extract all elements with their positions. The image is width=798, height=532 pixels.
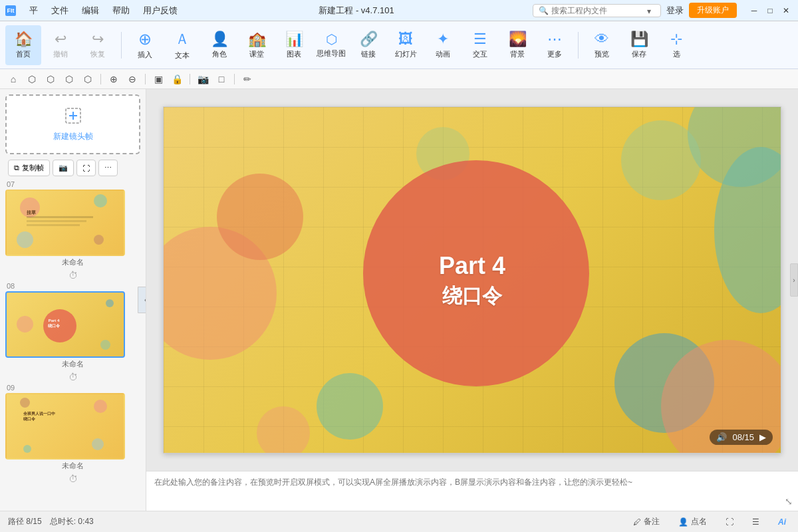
toolbar-class[interactable]: 🏫 课堂 bbox=[239, 25, 275, 65]
toolbar-more[interactable]: ⋯ 更多 bbox=[537, 25, 573, 65]
slideshow-icon: 🖼 bbox=[398, 31, 413, 48]
more-options-button[interactable]: ⋯ bbox=[98, 160, 118, 176]
canvas-sep-2 bbox=[145, 74, 146, 84]
canvas-camera-btn[interactable]: 📷 bbox=[195, 71, 211, 87]
slide-divider-07[interactable]: ⏱ bbox=[5, 269, 140, 282]
search-dropdown-icon[interactable]: ▾ bbox=[647, 7, 655, 15]
timer-icon-09: ⏱ bbox=[68, 473, 78, 484]
window-controls: ─ □ ✕ bbox=[747, 4, 793, 17]
upgrade-button[interactable]: 升级账户 bbox=[689, 3, 737, 18]
title-bar: FIt 平 文件 编辑 帮助 用户反馈 新建工程 - v4.7.101 🔍 ▾ … bbox=[0, 0, 798, 21]
canvas-zoomout-btn[interactable]: ⊖ bbox=[124, 71, 140, 87]
toolbar-interact[interactable]: ☰ 交互 bbox=[462, 25, 498, 65]
canvas-list-btn[interactable]: ▣ bbox=[150, 71, 166, 87]
toolbar-mindmap[interactable]: ⬡ 思维导图 bbox=[313, 25, 349, 65]
toolbar-link[interactable]: 🔗 链接 bbox=[350, 25, 386, 65]
slide-thumb-07[interactable]: 挂草 bbox=[5, 190, 125, 256]
page-prev-icon[interactable]: 🔊 bbox=[716, 432, 727, 442]
minimize-button[interactable]: ─ bbox=[747, 4, 761, 17]
menu-file[interactable]: 文件 bbox=[49, 3, 71, 18]
more-horiz-icon: ⋯ bbox=[104, 164, 112, 172]
slide-label-07: 未命名 bbox=[5, 257, 140, 267]
background-icon: 🌄 bbox=[509, 31, 527, 48]
settings-bottom-button[interactable]: ☰ bbox=[748, 516, 763, 528]
slide-divider-08[interactable]: ⏱ bbox=[5, 370, 140, 384]
slide-divider-09[interactable]: ⏱ bbox=[5, 472, 140, 485]
toolbar-select-label: 选 bbox=[673, 49, 680, 59]
save-icon: 💾 bbox=[630, 31, 648, 48]
notes-area: ⤡ bbox=[146, 471, 798, 511]
toolbar-save[interactable]: 💾 保存 bbox=[621, 25, 657, 65]
toolbar-preview[interactable]: 👁 预览 bbox=[584, 25, 620, 65]
right-panel-collapse-button[interactable]: › bbox=[790, 263, 798, 297]
canvas-home-btn[interactable]: ⌂ bbox=[5, 71, 21, 87]
slide-label-08: 未命名 bbox=[5, 359, 140, 369]
toolbar-background[interactable]: 🌄 背景 bbox=[499, 25, 535, 65]
slide-label-09: 未命名 bbox=[5, 461, 140, 471]
page-next-icon[interactable]: ▶ bbox=[759, 432, 766, 442]
toolbar-background-label: 背景 bbox=[510, 49, 525, 59]
call-button[interactable]: 👤 点名 bbox=[674, 515, 711, 529]
canvas-edit-btn[interactable]: ✏ bbox=[239, 71, 255, 87]
canvas-zoomin-btn[interactable]: ⊕ bbox=[106, 71, 122, 87]
canvas-main[interactable]: Part 4 绕口令 🔊 08/15 ▶ › bbox=[146, 89, 798, 471]
fullscreen-bottom-button[interactable]: ⛶ bbox=[722, 516, 737, 528]
new-frame-label: 新建镜头帧 bbox=[53, 131, 93, 142]
toolbar-text-label: 文本 bbox=[175, 51, 190, 61]
ai-label: Ai bbox=[778, 517, 786, 527]
toolbar-preview-label: 预览 bbox=[595, 49, 609, 59]
menu-help[interactable]: 帮助 bbox=[110, 3, 132, 18]
slide-list: 新建镜头帧 ⧉ 复制帧 📷 ⛶ ⋯ 07 bbox=[0, 89, 146, 511]
toolbar-role-label: 角色 bbox=[212, 49, 227, 59]
slide-thumb-08[interactable]: Part 4绕口令 bbox=[5, 291, 125, 358]
toolbar-divider-2 bbox=[578, 32, 579, 59]
menu-feedback[interactable]: 用户反馈 bbox=[140, 3, 180, 18]
notes-input[interactable] bbox=[154, 477, 790, 506]
toolbar-undo[interactable]: ↩ 撤销 bbox=[43, 25, 78, 65]
slide-background bbox=[164, 107, 781, 453]
canvas-shape1-btn[interactable]: ⬡ bbox=[24, 71, 40, 87]
toolbar-home[interactable]: 🏠 首页 bbox=[5, 25, 41, 65]
ai-button[interactable]: Ai bbox=[774, 516, 790, 528]
slide-item-09: 09 全班男人说一口中绕口令 未命名 bbox=[5, 384, 140, 471]
canvas-shape3-btn[interactable]: ⬡ bbox=[61, 71, 77, 87]
status-right: 🖊 备注 👤 点名 ⛶ ☰ Ai bbox=[629, 515, 790, 529]
toolbar-text[interactable]: Ａ 文本 bbox=[164, 25, 200, 65]
menu-edit[interactable]: 编辑 bbox=[79, 3, 102, 18]
slide-thumb-09[interactable]: 全班男人说一口中绕口令 bbox=[5, 393, 125, 460]
canvas-lock-btn[interactable]: 🔒 bbox=[169, 71, 185, 87]
page-indicator: 🔊 08/15 ▶ bbox=[710, 430, 773, 445]
toolbar-select[interactable]: ⊹ 选 bbox=[658, 25, 694, 65]
slide-canvas: Part 4 绕口令 🔊 08/15 ▶ bbox=[163, 106, 781, 454]
canvas-sep-1 bbox=[100, 74, 101, 84]
search-box[interactable]: 🔍 ▾ bbox=[533, 4, 661, 17]
toolbar-slideshow[interactable]: 🖼 幻灯片 bbox=[388, 25, 424, 65]
toolbar-role[interactable]: 👤 角色 bbox=[201, 25, 237, 65]
notes-expand-button[interactable]: ⤡ bbox=[785, 496, 793, 507]
toolbar-redo[interactable]: ↪ 恢复 bbox=[80, 25, 116, 65]
menu-ping[interactable]: 平 bbox=[27, 3, 41, 18]
canvas-shape4-btn[interactable]: ⬡ bbox=[80, 71, 96, 87]
canvas-frame-btn[interactable]: □ bbox=[213, 71, 229, 87]
toolbar-home-label: 首页 bbox=[16, 49, 31, 59]
copy-frame-button[interactable]: ⧉ 复制帧 bbox=[8, 160, 50, 176]
search-icon: 🔍 bbox=[539, 6, 549, 15]
undo-icon: ↩ bbox=[55, 31, 66, 48]
fullscreen-button[interactable]: ⛶ bbox=[76, 160, 96, 176]
sidebar-collapse-button[interactable]: ‹ bbox=[138, 287, 146, 313]
maximize-button[interactable]: □ bbox=[763, 4, 777, 17]
annotate-button[interactable]: 🖊 备注 bbox=[629, 515, 664, 529]
canvas-shape2-btn[interactable]: ⬡ bbox=[43, 71, 59, 87]
toolbar-interact-label: 交互 bbox=[473, 49, 487, 59]
search-input[interactable] bbox=[551, 6, 644, 15]
toolbar-animation[interactable]: ✦ 动画 bbox=[425, 25, 461, 65]
camera-capture-button[interactable]: 📷 bbox=[53, 160, 74, 176]
main-layout: 新建镜头帧 ⧉ 复制帧 📷 ⛶ ⋯ 07 bbox=[0, 89, 798, 511]
toolbar-chart[interactable]: 📊 图表 bbox=[276, 25, 312, 65]
copy-icon: ⧉ bbox=[14, 164, 19, 172]
toolbar-insert[interactable]: ⊕ 插入 bbox=[127, 25, 163, 65]
insert-icon: ⊕ bbox=[138, 30, 152, 49]
close-button[interactable]: ✕ bbox=[779, 4, 793, 17]
login-button[interactable]: 登录 bbox=[666, 5, 684, 17]
new-frame-button[interactable]: 新建镜头帧 bbox=[5, 94, 140, 154]
